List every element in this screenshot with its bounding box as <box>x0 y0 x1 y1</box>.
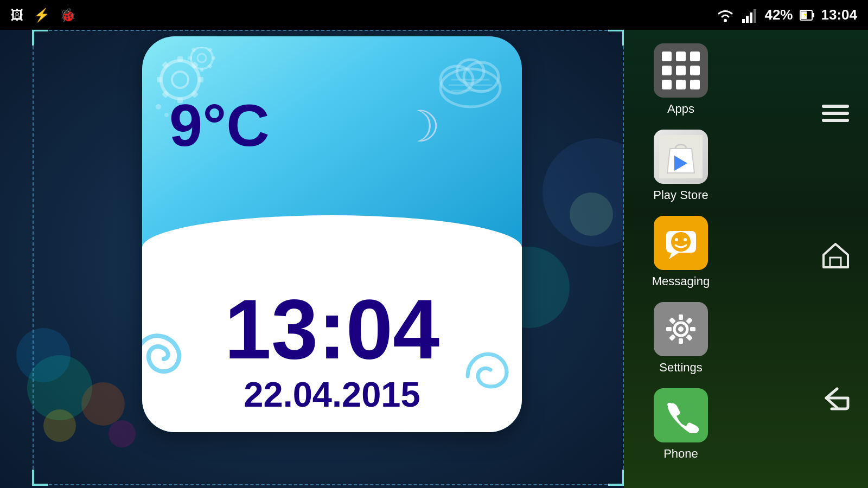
corner-tr <box>608 29 624 46</box>
status-bar: 🖼 ⚡ 🐞 42% 13:04 <box>0 0 868 30</box>
svg-point-45 <box>678 326 684 332</box>
battery-percent: 42% <box>764 7 793 23</box>
apps-icon <box>654 43 708 98</box>
svg-rect-3 <box>750 12 752 23</box>
svg-point-19 <box>197 54 206 62</box>
corner-tl <box>32 29 48 46</box>
phone-label: Phone <box>663 447 698 461</box>
svg-rect-21 <box>200 68 203 72</box>
svg-rect-13 <box>157 77 162 82</box>
svg-rect-56 <box>822 119 849 122</box>
svg-rect-55 <box>822 112 849 115</box>
svg-rect-54 <box>822 105 849 108</box>
cloud-decoration <box>435 44 506 112</box>
play-store-label: Play Store <box>653 188 709 202</box>
sidebar-item-messaging[interactable]: Messaging <box>635 210 727 294</box>
date-display: 22.04.2015 <box>244 374 420 415</box>
settings-icon <box>654 302 708 356</box>
signal-icon <box>742 7 758 23</box>
svg-rect-4 <box>754 9 756 23</box>
clock-area: 13:04 22.04.2015 <box>142 269 522 432</box>
svg-point-0 <box>724 19 727 22</box>
svg-rect-49 <box>690 327 695 331</box>
svg-rect-57 <box>830 258 841 267</box>
svg-rect-20 <box>200 47 203 48</box>
svg-rect-1 <box>742 19 745 23</box>
status-time: 13:04 <box>821 7 858 23</box>
image-icon: 🖼 <box>11 8 24 23</box>
back-button[interactable] <box>821 386 851 415</box>
settings-label: Settings <box>659 361 703 375</box>
wifi-icon <box>716 7 735 23</box>
sidebar-item-apps[interactable]: Apps <box>635 38 727 121</box>
temperature-display: 9°C <box>169 91 270 159</box>
svg-rect-47 <box>679 338 683 344</box>
time-display: 13:04 <box>225 287 439 371</box>
svg-rect-48 <box>666 327 672 331</box>
svg-rect-22 <box>212 56 215 60</box>
svg-rect-2 <box>746 16 749 23</box>
status-right-icons: 42% 13:04 <box>716 7 857 23</box>
weather-widget[interactable]: 9°C ☽ 13:04 22.04.2015 <box>142 36 522 432</box>
svg-rect-46 <box>679 314 683 320</box>
apps-label: Apps <box>667 102 694 116</box>
svg-point-28 <box>156 104 161 110</box>
svg-rect-12 <box>198 77 203 82</box>
svg-point-9 <box>172 72 188 88</box>
battery-icon <box>800 8 815 23</box>
bug-icon: 🐞 <box>60 8 76 23</box>
svg-point-40 <box>671 232 691 252</box>
sidebar-item-phone[interactable]: Phone <box>635 383 727 466</box>
svg-rect-23 <box>188 56 192 60</box>
moon-icon: ☽ <box>401 101 441 152</box>
svg-point-29 <box>164 113 169 117</box>
svg-marker-39 <box>669 253 679 259</box>
swirl-left-decor <box>142 325 191 405</box>
widget-selection-box: 9°C ☽ 13:04 22.04.2015 <box>33 30 624 485</box>
swirl-right-decor <box>462 349 516 416</box>
menu-button[interactable] <box>822 102 849 129</box>
svg-point-41 <box>675 238 678 241</box>
messaging-icon <box>654 216 708 270</box>
messaging-label: Messaging <box>652 274 710 288</box>
svg-rect-15 <box>162 91 169 98</box>
phone-icon <box>654 388 708 442</box>
play-store-icon <box>654 130 708 184</box>
sidebar-actions <box>811 30 860 488</box>
svg-rect-10 <box>177 56 183 62</box>
svg-rect-17 <box>162 61 169 69</box>
corner-br <box>608 470 624 486</box>
corner-bl <box>32 470 48 486</box>
svg-rect-6 <box>812 13 814 17</box>
svg-point-42 <box>684 238 687 241</box>
usb-icon: ⚡ <box>34 8 50 23</box>
sidebar-item-play-store[interactable]: Play Store <box>635 124 727 208</box>
status-left-icons: 🖼 ⚡ 🐞 <box>11 8 76 23</box>
sidebar-item-settings[interactable]: Settings <box>635 297 727 380</box>
home-button[interactable] <box>821 241 851 273</box>
